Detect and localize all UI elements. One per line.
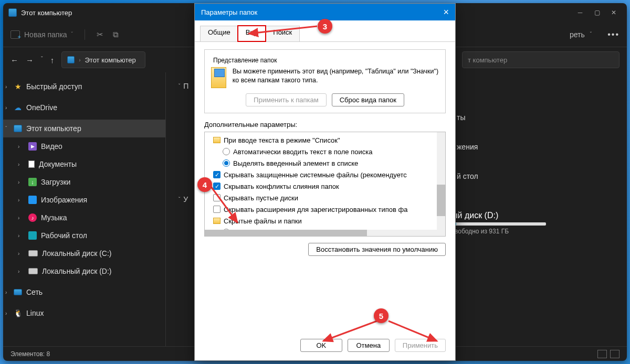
up-button[interactable]: ↑ (50, 56, 55, 65)
option-hide-merge-conflicts[interactable]: ✓Скрывать конфликты слияния папок (208, 180, 442, 192)
button-label: OK (316, 341, 326, 349)
reset-folders-button[interactable]: Сброс вида папок (332, 93, 404, 106)
annotation-badge-5: 5 (374, 308, 388, 323)
restore-defaults-button[interactable]: Восстановить значения по умолчанию (308, 243, 446, 256)
horizontal-scrollbar[interactable] (205, 230, 437, 236)
view-grid-icon[interactable] (610, 350, 620, 358)
dialog-title: Параметры папок (201, 8, 257, 16)
sidebar-item-linux[interactable]: › 🐧 Linux (3, 304, 165, 322)
tab-general[interactable]: Общие (200, 26, 238, 41)
badge-label: 5 (379, 312, 383, 320)
scrollbar-thumb[interactable] (437, 185, 445, 216)
option-label: Скрывать защищенные системные файлы (рек… (224, 171, 407, 179)
more-button[interactable]: ••• (607, 30, 620, 39)
sidebar-item-music[interactable]: › ♪ Музыка (3, 209, 165, 227)
option-hide-empty-drives[interactable]: Скрывать пустые диски (208, 192, 442, 204)
chevron-right-icon[interactable]: › (18, 197, 19, 203)
chevron-right-icon[interactable]: › (18, 162, 19, 167)
folder-item[interactable]: жения (457, 143, 614, 151)
window-controls: ─ ▢ ✕ (576, 9, 622, 16)
chevron-right-icon[interactable]: › (18, 179, 19, 185)
video-icon: ▶ (28, 142, 37, 151)
sidebar-item-network[interactable]: › Сеть (3, 283, 165, 301)
chevron-down-icon[interactable]: ˇ (5, 126, 7, 132)
new-folder-button[interactable]: + Новая папка ˇ (10, 30, 73, 39)
sidebar-item-documents[interactable]: › Документы (3, 155, 165, 173)
chevron-right-icon: › (79, 57, 80, 63)
forward-button[interactable]: → (26, 56, 34, 65)
back-button[interactable]: ← (10, 56, 18, 65)
window-title: Этот компьютер (21, 9, 72, 17)
checkbox-icon[interactable]: ✓ (213, 171, 220, 178)
option-auto-type-search[interactable]: Автоматически вводить текст в поле поиск… (208, 146, 442, 157)
sidebar-item-desktop[interactable]: › Рабочий стол (3, 227, 165, 244)
sidebar-item-videos[interactable]: › ▶ Видео (3, 137, 165, 155)
chevron-right-icon[interactable]: › (18, 233, 19, 239)
radio-icon[interactable] (223, 148, 230, 155)
sidebar-item-onedrive[interactable]: › ☁ OneDrive (3, 99, 165, 116)
badge-label: 3 (323, 22, 327, 31)
network-icon (14, 289, 22, 295)
cancel-button[interactable]: Отмена (348, 339, 390, 352)
close-button[interactable]: ✕ (610, 9, 617, 16)
copy-icon[interactable]: ⧉ (113, 30, 119, 39)
chevron-right-icon[interactable]: › (18, 269, 19, 274)
folder-item[interactable]: ты (457, 113, 614, 122)
sidebar-item-this-pc[interactable]: ˇ Этот компьютер (3, 120, 165, 137)
folder-icon (213, 137, 220, 143)
option-select-typed-item[interactable]: Выделять введенный элемент в списке (208, 157, 442, 169)
option-hide-protected-files[interactable]: ✓Скрывать защищенные системные файлы (ре… (208, 169, 442, 180)
folder-views-text: Вы можете применить этот вид (например, … (233, 67, 439, 85)
folder-item[interactable]: й стол (457, 172, 614, 180)
chevron-down-icon: ˇ (590, 31, 592, 37)
chevron-right-icon[interactable]: › (5, 84, 7, 90)
chevron-right-icon[interactable]: › (5, 290, 7, 295)
chevron-down-icon[interactable]: ˇ (41, 56, 43, 65)
apply-button[interactable]: Применить (395, 339, 446, 352)
nav-arrows: ← → ˇ ↑ (10, 56, 54, 65)
sidebar-item-local-disk-c[interactable]: › Локальный диск (C:) (3, 244, 165, 262)
sidebar-item-pictures[interactable]: › Изображения (3, 191, 165, 209)
option-label: Скрывать пустые диски (224, 194, 298, 202)
apply-to-folders-button[interactable]: Применить к папкам (246, 93, 327, 106)
checkbox-icon[interactable] (213, 206, 220, 213)
view-list-icon[interactable] (597, 350, 607, 358)
sidebar-label: Видео (41, 142, 62, 151)
chevron-right-icon[interactable]: › (18, 144, 19, 149)
address-bar[interactable]: › Этот компьютер (61, 51, 145, 68)
search-input[interactable]: т компьютер (462, 51, 620, 68)
badge-label: 4 (203, 180, 207, 189)
drive-item-d[interactable]: ый диск (D:) свободно из 931 ГБ (452, 211, 614, 235)
sidebar-item-downloads[interactable]: › ↓ Загрузки (3, 173, 165, 191)
sidebar-item-quick-access[interactable]: › ★ Быстрый доступ (3, 78, 165, 95)
sidebar-item-local-disk-d[interactable]: › Локальный диск (D:) (3, 262, 165, 280)
this-pc-icon (14, 125, 22, 132)
dialog-close-button[interactable]: × (443, 7, 449, 18)
sidebar-label: Загрузки (41, 178, 70, 186)
tab-search[interactable]: Поиск (265, 26, 300, 41)
tab-label: Вид (246, 28, 258, 36)
option-hide-extensions[interactable]: Скрывать расширения для зарегистрированн… (208, 204, 442, 215)
option-label: Скрытые файлы и папки (224, 217, 302, 225)
chevron-right-icon[interactable]: › (18, 215, 19, 221)
folder-icon (213, 218, 220, 224)
radio-icon[interactable] (223, 159, 230, 167)
checkbox-icon[interactable] (213, 194, 220, 201)
tab-view[interactable]: Вид (238, 26, 266, 41)
dialog-titlebar: Параметры папок × (195, 4, 455, 20)
chevron-right-icon[interactable]: › (18, 251, 19, 256)
vertical-scrollbar[interactable] (437, 132, 445, 236)
chevron-right-icon[interactable]: › (5, 311, 7, 316)
minimize-button[interactable]: ─ (576, 9, 584, 16)
view-mode-icons (597, 350, 620, 358)
view-dropdown-label[interactable]: реть (570, 30, 585, 39)
chevron-right-icon[interactable]: › (5, 105, 7, 111)
sidebar-label: OneDrive (26, 103, 57, 112)
checkbox-icon[interactable]: ✓ (213, 183, 220, 190)
maximize-button[interactable]: ▢ (593, 9, 601, 16)
scrollbar-thumb[interactable] (205, 230, 367, 236)
ok-button[interactable]: OK (300, 339, 342, 352)
button-label: Сброс вида папок (340, 96, 396, 104)
drive-icon (28, 268, 38, 274)
cut-icon[interactable]: ✂ (97, 30, 103, 39)
